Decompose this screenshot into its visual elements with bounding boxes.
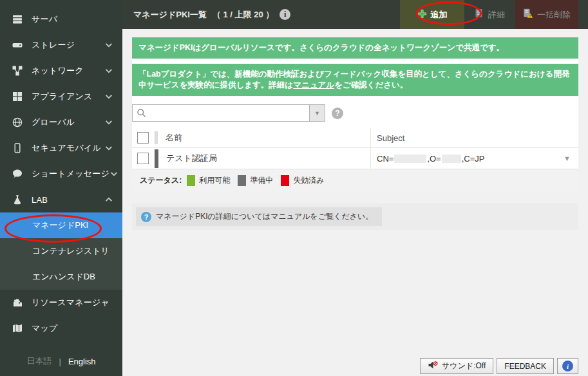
sidebar-item-label: LAB <box>32 195 104 205</box>
sidebar-item-container-registry[interactable]: コンテナレジストリ <box>0 238 122 264</box>
legend-label: 準備中 <box>250 175 273 186</box>
chevron-down-icon <box>104 144 113 153</box>
submenu-item-label: コンテナレジストリ <box>32 245 109 257</box>
row-checkbox[interactable] <box>137 153 149 164</box>
dropdown-arrow-icon: ▼ <box>314 110 320 117</box>
app-window: サーバ ストレージ ネットワーク <box>0 0 588 376</box>
map-icon <box>12 323 23 334</box>
sidebar-item-label: グローバル <box>32 117 104 128</box>
legend-label: 失効済み <box>293 175 324 186</box>
search-dropdown-button[interactable]: ▼ <box>309 105 325 121</box>
status-available-swatch <box>187 175 195 186</box>
language-english-link[interactable]: English <box>68 357 96 366</box>
table-header-left: 名前 <box>132 128 370 147</box>
info-bar: ? マネージドPKIの詳細についてはマニュアルをご覧ください。 <box>132 203 578 230</box>
sound-button-label: サウンド:Off <box>442 361 486 371</box>
lab-product-banner: 「Labプロダクト」では、新機能の動作検証およびフィードバック収集を目的として、… <box>132 64 578 96</box>
table-row-left: テスト認証局 <box>132 148 370 169</box>
sidebar-item-map[interactable]: マップ <box>0 315 122 341</box>
sidebar-item-label: アプライアンス <box>32 91 104 102</box>
info-icon: i <box>562 361 573 371</box>
sidebar-item-label: セキュアモバイル <box>32 142 104 154</box>
status-column-header <box>155 131 158 144</box>
sidebar-item-managed-pki[interactable]: マネージドPKI <box>0 212 122 238</box>
language-switcher: 日本語 | English <box>0 355 122 367</box>
network-icon <box>12 66 23 76</box>
language-japanese-link[interactable]: 日本語 <box>26 355 52 367</box>
content-area: マネージドPKIはグローバルリソースです。さくらのクラウドの全ネットワークゾーン… <box>122 29 588 376</box>
detail-button-label: 詳細 <box>488 9 505 21</box>
sound-muted-icon <box>428 361 438 372</box>
sidebar-item-appliance[interactable]: アプライアンス <box>0 84 122 109</box>
short-message-icon <box>12 169 23 179</box>
bulk-delete-icon <box>523 8 533 21</box>
info-bar-text: マネージドPKIの詳細についてはマニュアルをご覧ください。 <box>156 211 373 222</box>
chevron-down-icon <box>104 92 113 101</box>
sidebar-item-short-message[interactable]: ショートメッセージ <box>0 161 122 187</box>
globe-icon <box>12 117 23 127</box>
sidebar-item-label: リソースマネージャ <box>32 297 113 308</box>
chevron-down-icon <box>104 41 113 50</box>
add-button-label: 追加 <box>431 9 448 21</box>
chevron-down-icon <box>104 66 113 75</box>
select-all-checkbox[interactable] <box>137 132 149 144</box>
submenu-item-label: エンハンスドDB <box>32 271 95 283</box>
row-subject: CN=,O=,C=JP ▼ <box>370 148 578 169</box>
feedback-button-label: FEEDBACK <box>504 362 546 371</box>
legend-title: ステータス: <box>140 175 182 186</box>
manual-link[interactable]: マニュアル <box>293 80 334 89</box>
feedback-button[interactable]: FEEDBACK <box>497 358 554 374</box>
lab-icon <box>12 194 23 205</box>
topbar: マネージドPKI一覧 （ 1 / 上限 20 ） i 追加 詳細 <box>122 0 588 29</box>
topbar-buttons: 追加 詳細 一括削除 <box>400 0 578 29</box>
row-expand-icon[interactable]: ▼ <box>564 155 571 162</box>
sidebar-item-label: ショートメッセージ <box>32 168 109 180</box>
global-resource-banner: マネージドPKIはグローバルリソースです。さくらのクラウドの全ネットワークゾーン… <box>132 37 578 59</box>
puzzle-icon <box>12 297 23 308</box>
server-icon <box>12 14 23 24</box>
table-row[interactable]: テスト認証局 CN=,O=,C=JP ▼ <box>132 148 578 169</box>
column-header-name: 名前 <box>166 132 182 144</box>
sidebar-item-storage[interactable]: ストレージ <box>0 32 122 58</box>
bulk-delete-button-label: 一括削除 <box>537 9 571 21</box>
sidebar-item-global[interactable]: グローバル <box>0 109 122 135</box>
sidebar-item-enhanced-db[interactable]: エンハンスドDB <box>0 264 122 290</box>
status-legend: ステータス: 利用可能 準備中 失効済み <box>132 169 578 191</box>
page-title: マネージドPKI一覧 <box>133 9 207 21</box>
banner-text: マネージドPKIはグローバルリソースです。さくらのクラウドの全ネットワークゾーン… <box>138 43 504 52</box>
search-input[interactable] <box>149 105 309 121</box>
search-row: ▼ ? <box>132 96 578 128</box>
submenu-item-label: マネージドPKI <box>32 220 88 231</box>
chevron-down-icon <box>109 169 119 178</box>
resource-count: （ 1 / 上限 20 ） <box>213 9 274 21</box>
sidebar-item-network[interactable]: ネットワーク <box>0 58 122 84</box>
chevron-down-icon <box>104 118 113 127</box>
storage-icon <box>12 40 23 50</box>
appliance-icon <box>12 91 23 102</box>
secure-mobile-icon <box>12 143 23 153</box>
redacted-value <box>442 155 461 163</box>
search-icon <box>133 105 149 121</box>
sidebar-item-label: サーバ <box>32 14 113 25</box>
status-preparing-swatch <box>238 175 246 186</box>
sidebar-item-label: マップ <box>32 323 113 334</box>
sidebar-item-secure-mobile[interactable]: セキュアモバイル <box>0 135 122 161</box>
lab-submenu: マネージドPKI コンテナレジストリ エンハンスドDB <box>0 212 122 290</box>
sidebar-item-label: ネットワーク <box>32 65 104 77</box>
sidebar-item-lab[interactable]: LAB <box>0 187 122 212</box>
question-icon: ? <box>141 212 151 222</box>
main-area: マネージドPKI一覧 （ 1 / 上限 20 ） i 追加 詳細 <box>122 0 588 376</box>
column-header-subject: Subject <box>370 128 578 147</box>
info-bar-message: ? マネージドPKIの詳細についてはマニュアルをご覧ください。 <box>136 207 382 226</box>
sidebar-item-server[interactable]: サーバ <box>0 6 122 32</box>
bulk-delete-button[interactable]: 一括削除 <box>515 0 578 29</box>
help-icon[interactable]: ? <box>332 108 343 119</box>
search-box: ▼ <box>132 104 325 122</box>
info-icon[interactable]: i <box>280 9 290 20</box>
sound-toggle-button[interactable]: サウンド:Off <box>420 358 493 374</box>
detail-button[interactable]: 詳細 <box>469 0 510 29</box>
sidebar-item-resource-manager[interactable]: リソースマネージャ <box>0 290 122 315</box>
status-revoked-swatch <box>281 175 289 186</box>
add-button[interactable]: 追加 <box>400 0 464 29</box>
info-button[interactable]: i <box>557 358 578 374</box>
